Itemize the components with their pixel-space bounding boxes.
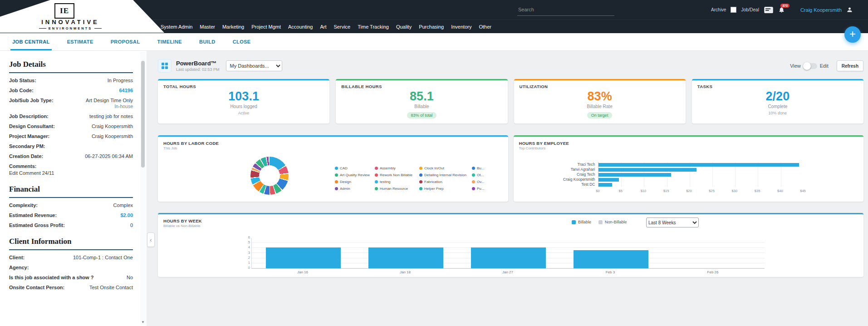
tab-proposal[interactable]: PROPOSAL	[111, 33, 140, 50]
dashboards-select[interactable]: My Dashboards...	[226, 60, 282, 71]
legend-label: Fabrication	[424, 180, 442, 184]
kpi-value: 83%	[514, 89, 686, 104]
dashboard-grid-icon[interactable]	[158, 59, 172, 73]
employee-bar-row	[598, 177, 804, 182]
legend-label: Admin	[340, 187, 350, 191]
legend-dot	[419, 173, 422, 177]
notifications-bell-icon[interactable]: 373	[778, 6, 785, 13]
legend-item[interactable]: Art Quality Review	[335, 173, 371, 177]
legend-item[interactable]: Design	[335, 180, 371, 184]
legend-label: Human Resource	[380, 187, 408, 191]
legend-item[interactable]: Billable	[572, 220, 591, 224]
legend-item[interactable]: Non-Billable	[598, 220, 627, 224]
week-range-select[interactable]: Last 8 Weeks	[646, 217, 699, 227]
field-label: Is this job associated with a show ?	[9, 275, 97, 280]
employee-plot	[598, 162, 804, 187]
section-title-job-details: Job Details	[9, 60, 133, 73]
week-bar[interactable]	[471, 247, 546, 268]
employee-bar[interactable]	[598, 163, 799, 167]
nav-item-system-admin[interactable]: System Admin	[161, 24, 192, 30]
field-label: Creation Date:	[9, 153, 47, 159]
legend-item[interactable]: Ov...	[472, 180, 496, 184]
sidebar-collapse-button[interactable]: ‹	[147, 232, 155, 247]
scrollbar-down-arrow-icon[interactable]: ▼	[140, 320, 146, 324]
legend-item[interactable]: Detailing Internal Revision	[419, 173, 468, 177]
week-bar[interactable]	[368, 247, 443, 268]
global-search	[517, 4, 613, 15]
tab-estimate[interactable]: ESTIMATE	[67, 33, 93, 50]
week-bar[interactable]	[574, 250, 648, 268]
kpi-row: TOTAL HOURS 103.1 Hours logged Active BI…	[158, 79, 863, 123]
week-chart: 0123456 Jan 16Jan 18Jan 27Feb 3Feb 26	[244, 238, 765, 274]
view-edit-toggle[interactable]	[804, 63, 817, 69]
username[interactable]: Craig Koopersmith	[800, 7, 842, 13]
legend-item[interactable]: Assembly	[375, 166, 416, 170]
employee-name: Traci Tech	[519, 162, 598, 167]
employee-bar[interactable]	[598, 183, 612, 187]
legend-label: testing	[380, 180, 391, 184]
employee-bar[interactable]	[598, 168, 696, 172]
nav-item-time-tracking[interactable]: Time Tracking	[358, 24, 389, 30]
row-onsite-contact: Onsite Contact Person: Test Onsite Conta…	[9, 285, 133, 290]
add-button[interactable]: +	[844, 26, 861, 43]
row-creation-date: Creation Date: 06-27-2025 06:34 AM	[9, 153, 133, 159]
row-client: Client: 101-Comp-1 : Contact One	[9, 255, 133, 260]
sidebar-scrollbar[interactable]: ▼	[140, 52, 146, 325]
nav-item-service[interactable]: Service	[334, 24, 351, 30]
field-label: Estimated Revenue:	[9, 212, 60, 218]
axis-tick-label: 3	[248, 251, 250, 255]
logo-monogram: IE	[54, 3, 74, 19]
scrollbar-thumb[interactable]	[141, 61, 145, 168]
legend-item[interactable]: Helper Prep	[419, 187, 468, 191]
legend-item[interactable]: Bu...	[472, 166, 496, 170]
labor-donut[interactable]	[250, 157, 289, 195]
tab-job-central[interactable]: JOB CENTRAL	[12, 33, 50, 50]
archive-label: Archive	[711, 7, 726, 12]
nav-item-art[interactable]: Art	[320, 24, 326, 30]
legend-item[interactable]: Fabrication	[419, 180, 468, 184]
tab-close[interactable]: CLOSE	[233, 33, 251, 50]
employee-bar[interactable]	[598, 178, 619, 182]
status-badge: On target	[587, 112, 613, 119]
legend-item[interactable]: Admin	[335, 187, 371, 191]
nav-item-marketing[interactable]: Marketing	[222, 24, 244, 30]
nav-item-purchasing[interactable]: Purchasing	[419, 24, 444, 30]
nav-item-inventory[interactable]: Inventory	[451, 24, 471, 30]
axis-tick-label: $30	[732, 189, 738, 193]
axis-tick-label: $45	[800, 189, 806, 193]
legend-item[interactable]: Ot...	[472, 173, 496, 177]
legend-dot	[335, 173, 338, 177]
user-icon[interactable]	[846, 6, 853, 13]
week-bar[interactable]	[266, 247, 341, 268]
tab-build[interactable]: BUILD	[199, 33, 216, 50]
week-slot	[252, 247, 354, 268]
dashboard-main: PowerBoard™ Last updated: 02:53 PM My Da…	[158, 51, 863, 277]
estimated-revenue-link[interactable]: $2.00	[120, 212, 133, 218]
job-code-link[interactable]: 64196	[119, 88, 133, 93]
archive-checkbox[interactable]	[731, 7, 736, 13]
legend-item[interactable]: Pu...	[472, 187, 496, 191]
search-input[interactable]	[517, 4, 614, 16]
refresh-button[interactable]: Refresh	[837, 60, 863, 71]
nav-item-quality[interactable]: Quality	[396, 24, 412, 30]
toggle-knob[interactable]	[803, 62, 811, 70]
employee-bar[interactable]	[598, 173, 672, 177]
nav-items: System Admin Master Marketing Project Mg…	[161, 20, 491, 33]
nav-item-other[interactable]: Other	[479, 24, 491, 30]
field-label: Comments:	[9, 163, 40, 169]
legend-item[interactable]: Human Resource	[375, 187, 416, 191]
legend-label: Bu...	[477, 166, 484, 170]
apps-icon[interactable]	[764, 6, 774, 14]
comments-link[interactable]: Edit Comment 24/11	[9, 170, 133, 176]
week-slot	[559, 250, 662, 268]
kpi-card-utilization: UTILIZATION 83% Billable Rate On target	[514, 79, 686, 123]
kpi-badge-wrap: 83% of total	[336, 110, 507, 119]
tab-timeline[interactable]: TIMELINE	[157, 33, 182, 50]
legend-item[interactable]: testing	[375, 180, 416, 184]
nav-item-accounting[interactable]: Accounting	[288, 24, 313, 30]
legend-item[interactable]: Rework Non Billable	[375, 173, 416, 177]
nav-item-master[interactable]: Master	[200, 24, 215, 30]
nav-item-project-mgmt[interactable]: Project Mgmt	[251, 24, 281, 30]
legend-item[interactable]: Clock In/Out	[419, 166, 468, 170]
legend-item[interactable]: CAD	[335, 166, 371, 170]
